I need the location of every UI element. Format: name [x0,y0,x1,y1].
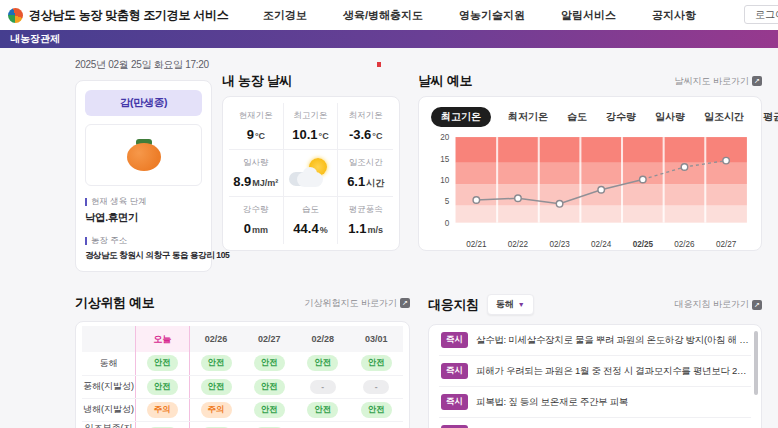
current-datetime: 2025년 02월 25일 화요일 17:20 [75,58,212,72]
external-link-icon: ↗ [400,298,410,308]
guideline-item[interactable]: 즉시송풍법: 방상팬으로 바람을 송풍하여 찬공기 정체 방지, 상하층 공기혼… [439,418,751,428]
risk-cell: 안전 [136,375,190,398]
nav-item-2[interactable]: 영농기술지원 [459,8,525,23]
forecast-tab-2[interactable]: 습도 [565,107,589,127]
risk-cell: 안전 [296,398,350,421]
risk-cell: - [296,375,350,398]
app-header: 경상남도 농장 맞춤형 조기경보 서비스 조기경보생육/병해충지도영농기술지원알… [0,0,778,30]
svg-text:02/27: 02/27 [716,240,737,249]
status-badge: 안전 [147,379,178,395]
guideline-text: 피복법: 짚 등의 보온재로 주간부 피복 [476,396,628,409]
svg-text:02/26: 02/26 [674,240,695,249]
app-title: 경상남도 농장 맞춤형 조기경보 서비스 [29,7,228,24]
risk-cell: 안전 [136,352,190,375]
crop-name-badge: 감(만생종) [85,90,202,116]
svg-text:02/25: 02/25 [633,240,654,249]
forecast-tab-0[interactable]: 최고기온 [431,107,491,127]
risk-row-label: 동해 [82,352,136,375]
farm-weather-card: 현재기온9°C최고기온10.1°C최저기온-3.6°C일사량8.9MJ/m²일조… [222,96,400,251]
risk-row-label: 풍해(지발성) [82,375,136,398]
risk-cell: 안전 [350,398,404,421]
svg-text:20: 20 [440,133,450,142]
guidelines-card: 즉시살수법: 미세살수장치로 물을 뿌려 과원의 온도하강 방지(아침 해 뜰 … [428,324,762,428]
forecast-tab-1[interactable]: 최저기온 [506,107,550,127]
svg-text:02/21: 02/21 [466,240,487,249]
svg-text:02/24: 02/24 [591,240,612,249]
risk-cell: 안전 [136,421,190,428]
guideline-tag-badge: 즉시 [441,363,468,379]
risk-col-header [82,326,136,352]
guidelines-title: 대응지침 [428,296,479,314]
forecast-tab-3[interactable]: 강수량 [604,107,638,127]
forecast-tab-5[interactable]: 일조시간 [702,107,746,127]
guideline-text: 피해가 우려되는 과원은 1월 중 전정 시 결과모지수를 평년보다 2배 정도… [476,365,749,378]
subnav-bar: 내농장관제 [0,30,778,48]
app-logo-icon [8,8,23,23]
guideline-item[interactable]: 즉시피복법: 짚 등의 보온재로 주간부 피복 [439,387,751,418]
main-nav: 조기경보생육/병해충지도영농기술지원알림서비스공지사항 [263,0,696,30]
chevron-down-icon: ▼ [518,301,525,308]
forecast-title: 날씨 예보 [418,72,472,90]
guideline-item[interactable]: 즉시살수법: 미세살수장치로 물을 뿌려 과원의 온도하강 방지(아침 해 뜰 … [439,325,751,356]
risk-cell: - [350,375,404,398]
guideline-tag-badge: 즉시 [441,394,468,410]
status-badge: 안전 [361,355,392,371]
risk-cell: 안전 [243,352,297,375]
risk-col-header: 02/27 [243,326,297,352]
svg-text:02/23: 02/23 [549,240,570,249]
weather-cell: 평균풍속1.1m/s [338,197,393,244]
guideline-text: 살수법: 미세살수장치로 물을 뿌려 과원의 온도하강 방지(아침 해 뜰 때까… [476,334,749,347]
external-link-icon: ↗ [752,300,762,310]
forecast-tab-6[interactable]: 평균풍속 [761,107,778,127]
sun-cloud-icon [284,150,339,197]
risk-cell: 안전 [243,398,297,421]
status-badge: 주의 [201,402,232,418]
svg-text:15: 15 [440,155,450,164]
forecast-chart: 0510152002/2102/2202/2302/2402/2502/2602… [429,133,751,251]
risk-col-header: 02/26 [189,326,243,352]
persimmon-icon [127,139,161,171]
nav-item-1[interactable]: 생육/병해충지도 [343,8,423,23]
risk-cell: 안전 [350,352,404,375]
status-badge: 안전 [201,379,232,395]
guidelines-filter-dropdown[interactable]: 동해 ▼ [487,294,534,315]
notification-dot [377,62,381,67]
risk-table: 오늘02/2602/2702/2803/01동해안전안전안전안전안전풍해(지발성… [82,326,403,428]
risk-row: 냉해(지발성)주의주의안전안전안전 [82,398,403,421]
guideline-tag-badge: 즉시 [441,332,468,348]
status-badge: 안전 [307,402,338,418]
risk-row: 동해안전안전안전안전안전 [82,352,403,375]
risk-cell: 주의 [136,398,190,421]
nav-item-0[interactable]: 조기경보 [263,8,307,23]
risk-cell: - [296,421,350,428]
guidelines-link[interactable]: 대응지침 바로가기 ↗ [674,298,762,311]
growth-stage-value: 낙엽.휴면기 [85,211,202,225]
svg-text:0: 0 [445,219,450,228]
guideline-item[interactable]: 즉시피해가 우려되는 과원은 1월 중 전정 시 결과모지수를 평년보다 2배 … [439,356,751,387]
risk-cell: 안전 [189,352,243,375]
farm-address-value: 경상남도 창원시 의창구 동읍 용강리 105 [85,250,202,262]
risk-cell: 안전 [296,352,350,375]
logout-button[interactable]: 로그아웃 [744,5,778,24]
forecast-card: 최고기온최저기온습도강수량일사량일조시간평균풍속최고풍속 0510152002/… [418,96,762,251]
weather-map-link[interactable]: 날씨지도 바로가기 ↗ [674,75,762,88]
status-badge: 안전 [307,355,338,371]
weather-cell: 현재기온9°C [229,103,284,150]
status-badge: 안전 [254,355,285,371]
risk-cell: 안전 [189,421,243,428]
status-badge: 주의 [147,402,178,418]
status-badge: - [363,380,389,394]
risk-cell: 주의 [189,398,243,421]
risk-row: 풍해(지발성)안전안전안전-- [82,375,403,398]
nav-item-3[interactable]: 알림서비스 [561,8,616,23]
risk-map-link[interactable]: 기상위험지도 바로가기 ↗ [304,297,410,310]
risk-cell: - [350,421,404,428]
subnav-label: 내농장관제 [10,33,60,44]
forecast-tab-4[interactable]: 일사량 [653,107,687,127]
risk-cell: 안전 [189,375,243,398]
status-badge: 안전 [254,402,285,418]
crop-image [85,124,202,186]
nav-item-4[interactable]: 공지사항 [652,8,696,23]
scrollbar-thumb[interactable] [754,331,758,395]
farm-weather-title: 내 농장 날씨 [222,72,400,90]
